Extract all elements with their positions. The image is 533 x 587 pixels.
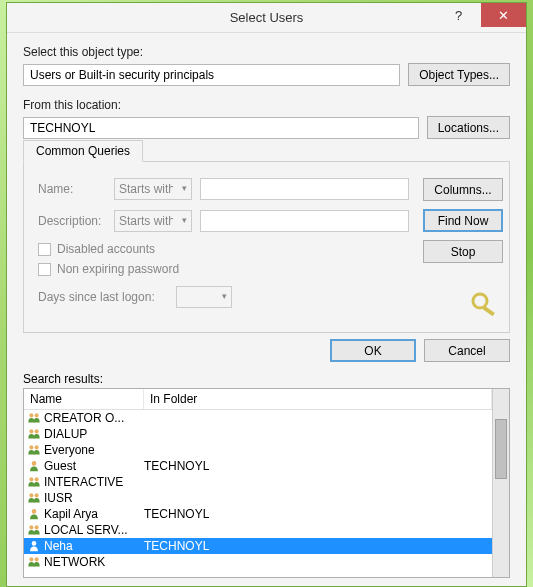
group-icon (26, 411, 42, 425)
group-icon (26, 491, 42, 505)
group-icon (26, 523, 42, 537)
svg-rect-1 (483, 306, 495, 316)
result-row[interactable]: NehaTECHNOYL (24, 538, 492, 554)
search-icon (469, 290, 499, 322)
name-filter-input[interactable] (200, 178, 409, 200)
svg-point-17 (29, 557, 33, 561)
search-results: Name In Folder CREATOR O... DIALUP Every… (23, 388, 510, 578)
results-header: Name In Folder (24, 389, 492, 410)
columns-button[interactable]: Columns... (423, 178, 503, 201)
description-filter-input[interactable] (200, 210, 409, 232)
days-logon-select[interactable] (176, 286, 232, 308)
result-row[interactable]: LOCAL SERV... (24, 522, 492, 538)
dialog-content: Select this object type: Object Types...… (7, 33, 526, 586)
svg-point-5 (35, 429, 39, 433)
description-filter-mode[interactable] (114, 210, 192, 232)
disabled-accounts-checkbox[interactable] (38, 243, 51, 256)
user-icon (26, 459, 42, 473)
description-filter-label: Description: (38, 214, 106, 228)
group-icon (26, 555, 42, 569)
tab-common-queries[interactable]: Common Queries (23, 140, 143, 162)
svg-point-4 (29, 429, 33, 433)
result-row[interactable]: GuestTECHNOYL (24, 458, 492, 474)
result-row[interactable]: CREATOR O... (24, 410, 492, 426)
svg-point-14 (29, 525, 33, 529)
svg-point-6 (29, 445, 33, 449)
result-name: INTERACTIVE (42, 475, 144, 489)
stop-button[interactable]: Stop (423, 240, 503, 263)
result-name: NETWORK (42, 555, 144, 569)
result-name: Kapil Arya (42, 507, 144, 521)
object-type-label: Select this object type: (23, 45, 510, 59)
svg-point-3 (35, 413, 39, 417)
group-icon (26, 443, 42, 457)
location-input[interactable] (23, 117, 419, 139)
results-list[interactable]: CREATOR O... DIALUP Everyone GuestTECHNO… (24, 410, 492, 570)
svg-point-16 (32, 541, 37, 546)
svg-point-8 (32, 461, 37, 466)
result-name: DIALUP (42, 427, 144, 441)
svg-point-18 (35, 557, 39, 561)
non-expiring-label: Non expiring password (57, 262, 179, 276)
result-name: IUSR (42, 491, 144, 505)
name-filter-label: Name: (38, 182, 106, 196)
object-type-input[interactable] (23, 64, 400, 86)
svg-point-2 (29, 413, 33, 417)
common-queries-panel: Common Queries Name: ▾ Description: (23, 161, 510, 333)
select-users-dialog: Select Users ? ✕ Select this object type… (6, 2, 527, 587)
svg-point-7 (35, 445, 39, 449)
svg-point-10 (35, 477, 39, 481)
result-row[interactable]: IUSR (24, 490, 492, 506)
result-row[interactable]: Everyone (24, 442, 492, 458)
locations-button[interactable]: Locations... (427, 116, 510, 139)
svg-point-9 (29, 477, 33, 481)
dialog-title: Select Users (230, 10, 304, 25)
cancel-button[interactable]: Cancel (424, 339, 510, 362)
column-header-name[interactable]: Name (24, 389, 144, 409)
non-expiring-checkbox[interactable] (38, 263, 51, 276)
result-row[interactable]: Kapil AryaTECHNOYL (24, 506, 492, 522)
days-logon-label: Days since last logon: (38, 290, 168, 304)
result-row[interactable]: INTERACTIVE (24, 474, 492, 490)
result-folder: TECHNOYL (144, 507, 490, 521)
user-icon (26, 507, 42, 521)
ok-button[interactable]: OK (330, 339, 416, 362)
group-icon (26, 475, 42, 489)
scrollbar[interactable] (492, 389, 509, 577)
search-results-label: Search results: (23, 372, 510, 386)
from-location-label: From this location: (23, 98, 510, 112)
result-row[interactable]: DIALUP (24, 426, 492, 442)
titlebar-buttons: ? ✕ (436, 3, 526, 27)
column-header-folder[interactable]: In Folder (144, 389, 492, 409)
svg-point-13 (32, 509, 37, 514)
result-name: CREATOR O... (42, 411, 144, 425)
result-name: Neha (42, 539, 144, 553)
result-folder: TECHNOYL (144, 539, 490, 553)
svg-point-0 (473, 294, 487, 308)
help-button[interactable]: ? (436, 3, 481, 27)
group-icon (26, 427, 42, 441)
svg-point-11 (29, 493, 33, 497)
disabled-accounts-label: Disabled accounts (57, 242, 155, 256)
result-name: Everyone (42, 443, 144, 457)
svg-point-15 (35, 525, 39, 529)
titlebar: Select Users ? ✕ (7, 3, 526, 33)
name-filter-mode[interactable] (114, 178, 192, 200)
result-folder: TECHNOYL (144, 459, 490, 473)
user-icon (26, 539, 42, 553)
result-name: LOCAL SERV... (42, 523, 144, 537)
result-row[interactable]: NETWORK (24, 554, 492, 570)
object-types-button[interactable]: Object Types... (408, 63, 510, 86)
svg-point-12 (35, 493, 39, 497)
result-name: Guest (42, 459, 144, 473)
scrollbar-thumb[interactable] (495, 419, 507, 479)
find-now-button[interactable]: Find Now (423, 209, 503, 232)
close-button[interactable]: ✕ (481, 3, 526, 27)
